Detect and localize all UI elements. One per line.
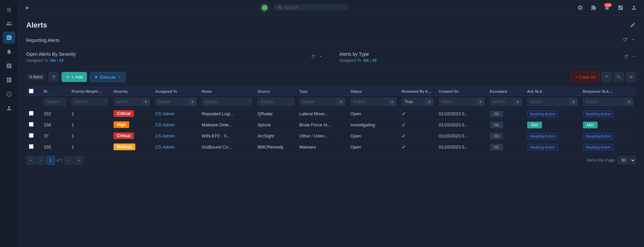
search-name[interactable]: [202, 98, 252, 106]
cell-ack: Met: [524, 119, 580, 130]
cell-created: 01/10/2023 0...: [436, 108, 487, 119]
search-created[interactable]: ▼: [439, 98, 485, 106]
severity-me-link[interactable]: Me: [50, 58, 56, 63]
reporting-actions: [623, 37, 636, 43]
select-all-checkbox[interactable]: [29, 89, 34, 93]
status-dropdown-arrow[interactable]: ▼: [388, 99, 396, 105]
severity-all-link[interactable]: All: [59, 58, 63, 63]
cell-reviewed: ✔: [399, 108, 436, 119]
search-type[interactable]: ▼: [300, 98, 345, 106]
filter-button[interactable]: [602, 72, 612, 82]
search-priority[interactable]: [72, 98, 108, 106]
cell-id: 156: [41, 119, 69, 130]
columns-button[interactable]: [626, 72, 636, 82]
ack-dropdown-arrow[interactable]: ▼: [569, 99, 577, 105]
add-label: + Add: [72, 75, 83, 80]
cell-assigned: CS Admin: [152, 108, 199, 119]
notifications-button[interactable]: 168: [602, 2, 612, 13]
plugins-button[interactable]: [588, 2, 599, 13]
prev-page-button[interactable]: ‹: [36, 156, 45, 165]
last-page-button[interactable]: »: [75, 156, 83, 165]
reviewed-dropdown-arrow[interactable]: ▼: [425, 99, 433, 105]
search-source[interactable]: [258, 98, 294, 106]
row-checkbox-0[interactable]: [29, 111, 34, 116]
charts-row: Open Alerts By Severity Assigned To: Me …: [18, 47, 644, 67]
table-row: 152 1 Critical CS Admin Repeated Logi...…: [26, 108, 636, 119]
search-ack[interactable]: ▼: [527, 98, 578, 106]
severity-badge: Medium: [113, 143, 135, 150]
cell-name: Malware Dete...: [199, 119, 255, 130]
severity-chart-panel: Open Alerts By Severity Assigned To: Me …: [18, 47, 331, 67]
clock-icon[interactable]: [3, 88, 15, 100]
severity-expand-button[interactable]: [318, 54, 323, 60]
clear-all-button[interactable]: × Clear All: [571, 72, 600, 82]
tasks-button[interactable]: [615, 2, 626, 13]
response-dropdown-arrow[interactable]: ▼: [625, 99, 633, 105]
reporting-expand-button[interactable]: [631, 37, 636, 43]
type-all-link[interactable]: All: [372, 58, 376, 63]
assigned-link[interactable]: CS Admin: [155, 122, 175, 127]
type-refresh-button[interactable]: [624, 54, 629, 60]
cell-severity: High: [111, 119, 153, 130]
settings-button[interactable]: [575, 2, 586, 13]
severity-dropdown-arrow[interactable]: ▼: [142, 99, 150, 105]
search-toggle-button[interactable]: [614, 72, 624, 82]
execute-button[interactable]: Execute: [90, 72, 126, 82]
col-header-id: ID: [41, 86, 69, 96]
table-row: 37 1 Critical CS Admin WIN-EP2 - X... Ar…: [26, 130, 636, 141]
type-dropdown-arrow[interactable]: ▼: [337, 99, 345, 105]
cell-assigned: CS Admin: [152, 119, 199, 130]
sidebar: ⊞: [0, 0, 18, 247]
type-expand-button[interactable]: [631, 54, 636, 60]
cell-status: Open: [348, 141, 399, 153]
assigned-link[interactable]: CS Admin: [155, 145, 175, 150]
alerts-nav-icon[interactable]: [3, 46, 15, 58]
escalated-dropdown-arrow[interactable]: ▼: [514, 99, 521, 105]
widgets-icon[interactable]: [3, 74, 15, 86]
topbar: ▶ 168: [18, 0, 644, 15]
play-button[interactable]: ▶: [23, 3, 32, 12]
next-page-button[interactable]: ›: [64, 156, 73, 165]
current-page[interactable]: 1: [46, 156, 55, 165]
reports-icon[interactable]: [3, 60, 15, 72]
cell-response: Awaiting Action: [580, 141, 636, 153]
row-checkbox-3[interactable]: [29, 144, 34, 149]
cell-ack: Awaiting Action: [524, 141, 580, 153]
row-checkbox-1[interactable]: [29, 122, 34, 127]
cell-reviewed: ✔: [399, 141, 436, 153]
assigned-link[interactable]: CS Admin: [155, 111, 175, 116]
assigned-link[interactable]: CS Admin: [155, 133, 175, 138]
edit-button[interactable]: [630, 22, 636, 29]
cell-source: BMCRemedy: [255, 141, 297, 153]
row-checkbox-2[interactable]: [29, 133, 34, 138]
admin-icon[interactable]: [3, 102, 15, 114]
dashboard-icon[interactable]: ⊞: [3, 3, 15, 15]
severity-badge: High: [113, 121, 129, 128]
search-id[interactable]: [44, 98, 66, 106]
created-dropdown-arrow[interactable]: ▼: [476, 99, 484, 105]
search-assigned[interactable]: ▼: [155, 98, 196, 106]
reviewed-filter[interactable]: True ▼: [402, 98, 433, 106]
search-severity[interactable]: ▼: [113, 98, 150, 106]
type-chart-title: Alerts by Type: [339, 51, 377, 57]
reporting-bar: Reporting Alerts: [18, 34, 644, 47]
search-escalated[interactable]: ▼: [490, 98, 522, 106]
reporting-refresh-button[interactable]: [623, 37, 628, 43]
severity-refresh-button[interactable]: [311, 54, 316, 60]
assigned-dropdown-arrow[interactable]: ▼: [188, 99, 196, 105]
pagination: « ‹ 1 of 1 › » Items Per Page 30 50 100: [26, 153, 636, 168]
search-response[interactable]: ▼: [583, 98, 633, 106]
type-me-link[interactable]: Me: [363, 58, 369, 63]
items-per-page-select[interactable]: 30 50 100: [617, 156, 636, 164]
refresh-table-button[interactable]: [49, 72, 59, 82]
cell-status: Open: [348, 108, 399, 119]
global-search-input[interactable]: [284, 5, 344, 10]
search-status[interactable]: ▼: [351, 98, 396, 106]
users-icon[interactable]: [3, 17, 15, 30]
analytics-icon[interactable]: [3, 32, 15, 44]
add-button[interactable]: + Add: [61, 72, 87, 82]
profile-button[interactable]: [629, 2, 639, 13]
page-info: of 1: [56, 158, 63, 163]
first-page-button[interactable]: «: [26, 156, 35, 165]
global-search-bar[interactable]: [274, 5, 348, 10]
